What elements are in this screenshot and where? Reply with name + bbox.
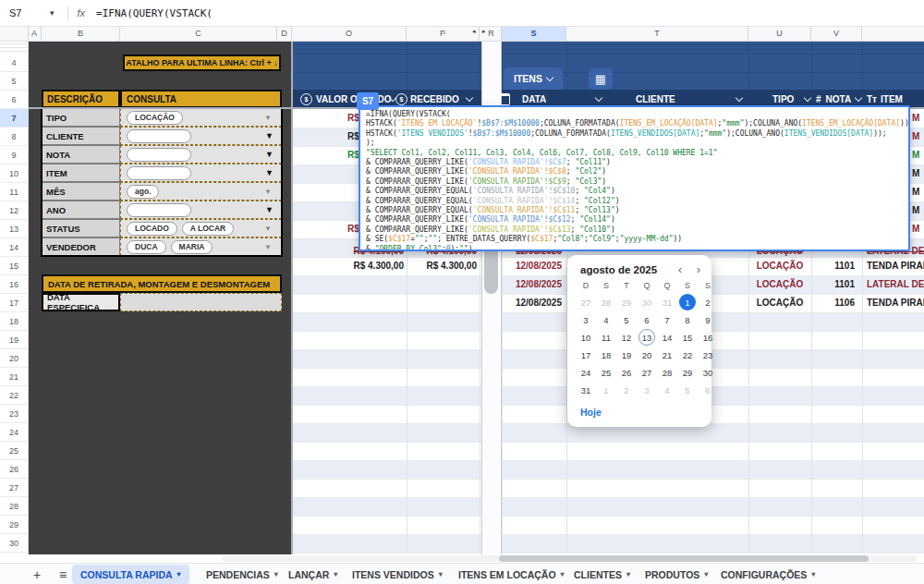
calendar-day-16[interactable]: 16 [699, 329, 716, 346]
calendar-day-17[interactable]: 17 [578, 347, 594, 363]
select-all-corner[interactable] [0, 26, 29, 42]
calendar-day-4[interactable]: 4 [659, 382, 675, 398]
add-sheet-button[interactable]: + [28, 566, 46, 583]
formula-editor-popup[interactable]: =IFNA(QUERY(VSTACK(HSTACK('ITENS EM LOCA… [359, 105, 910, 251]
prev-month-icon[interactable]: ‹ [678, 263, 682, 276]
sheet-tab-produtos[interactable]: PRODUTOS▾ [637, 565, 716, 584]
row-header-11[interactable]: 11 [0, 183, 28, 201]
sheet-tab-itens-vendidos[interactable]: ITENS VENDIDOS▾ [344, 565, 451, 584]
row-header-21[interactable]: 21 [0, 368, 28, 386]
column-header-O[interactable]: O [292, 26, 407, 41]
table-cell-row17-item[interactable]: TENDA PIRAM [867, 296, 924, 310]
field-input-ano[interactable]: ▼ [120, 201, 282, 219]
dropdown-arrow-icon[interactable]: ▼ [265, 131, 274, 140]
table-name-chip[interactable]: ITENS [504, 67, 563, 90]
field-input-vendedor[interactable]: DUCAMARIA▼ [120, 237, 282, 256]
sheet-tab-lan-ar[interactable]: LANÇAR▾ [280, 565, 346, 584]
calendar-day-1[interactable]: 1 [679, 294, 696, 310]
calendar-day-3[interactable]: 3 [638, 382, 655, 398]
row-header-28[interactable]: 28 [0, 497, 28, 516]
calendar-day-10[interactable]: 10 [578, 329, 594, 346]
tab-menu-icon[interactable]: ▾ [439, 570, 443, 578]
row-header-16[interactable]: 16 [0, 275, 28, 294]
sheet-tab-consulta-rapida[interactable]: CONSULTA RAPIDA▾ [72, 565, 189, 584]
scrollbar-thumb[interactable] [499, 555, 869, 562]
calendar-day-24[interactable]: 24 [578, 364, 594, 381]
calendar-day-1[interactable]: 1 [598, 382, 614, 398]
calendar-day-8[interactable]: 8 [679, 311, 696, 328]
calendar-day-20[interactable]: 20 [638, 347, 655, 363]
calendar-day-13[interactable]: 13 [638, 329, 655, 346]
calendar-day-15[interactable]: 15 [679, 329, 696, 346]
field-input-status[interactable]: LOCADOA LOCAR▼ [120, 219, 282, 237]
sheet-tab-pendencias[interactable]: PENDENCIAS▾ [198, 565, 286, 584]
row-header-18[interactable]: 18 [0, 312, 28, 331]
calendar-day-31[interactable]: 31 [659, 294, 675, 310]
row-header-25[interactable]: 25 [0, 442, 28, 460]
calendar-day-2[interactable]: 2 [699, 294, 716, 310]
row-header-7[interactable]: 7 [0, 109, 28, 128]
tab-menu-icon[interactable]: ▾ [334, 570, 337, 578]
field-input-item[interactable]: ▼ [120, 164, 282, 182]
field-input-cliente[interactable]: ▼ [120, 127, 282, 145]
row-header-26[interactable]: 26 [0, 460, 28, 479]
calendar-day-4[interactable]: 4 [598, 311, 614, 328]
dropdown-arrow-icon[interactable]: ▼ [264, 225, 272, 233]
column-header-P[interactable]: P [407, 26, 480, 41]
calendar-day-5[interactable]: 5 [679, 382, 696, 398]
sheet-tab-clientes[interactable]: CLIENTES▾ [565, 565, 638, 584]
row-header-24[interactable]: 24 [0, 423, 28, 442]
row-header-27[interactable]: 27 [0, 479, 28, 497]
column-header-D[interactable]: D [277, 26, 292, 41]
table-cell-row16-item[interactable]: LATERAL DE T [867, 277, 924, 292]
dropdown-chip[interactable]: DUCA [127, 240, 166, 254]
calendar-day-27[interactable]: 27 [638, 364, 655, 381]
dropdown-arrow-icon[interactable]: ▼ [265, 168, 274, 177]
today-link[interactable]: Hoje [580, 407, 602, 418]
sheet-tab-configura-es[interactable]: CONFIGURAÇÕES▾ [712, 565, 823, 584]
dropdown-arrow-icon[interactable]: ▼ [264, 243, 272, 251]
calendar-day-27[interactable]: 27 [578, 294, 594, 310]
hidden-columns-marker-right[interactable]: ▸ [482, 28, 486, 35]
row-header-19[interactable]: 19 [0, 331, 28, 349]
dropdown-chip[interactable]: LOCAÇÃO [127, 111, 183, 125]
column-header-B[interactable]: B [42, 26, 120, 41]
tab-menu-icon[interactable]: ▾ [704, 570, 708, 578]
row-header-9[interactable]: 9 [0, 146, 28, 164]
dropdown-chip[interactable] [127, 166, 191, 180]
dropdown-chip[interactable]: ago. [127, 185, 159, 199]
name-box[interactable]: S7 [9, 7, 50, 18]
column-header-S[interactable]: S [502, 26, 566, 41]
tab-menu-icon[interactable]: ▾ [811, 570, 815, 578]
column-header-V[interactable]: V [811, 26, 862, 41]
row-header-5[interactable]: 5 [0, 72, 28, 91]
calendar-day-14[interactable]: 14 [659, 329, 675, 346]
table-cell-row17-s[interactable]: 12/08/2025 [505, 296, 562, 310]
row-header-30[interactable]: 30 [0, 534, 28, 553]
formula-input[interactable]: =IFNA(QUERY(VSTACK( [96, 7, 213, 19]
next-month-icon[interactable]: › [697, 263, 700, 276]
calendar-day-19[interactable]: 19 [618, 347, 635, 363]
table-grid-icon[interactable]: ▦ [589, 68, 613, 90]
dropdown-chip[interactable] [127, 203, 191, 217]
row-header-4[interactable]: 4 [0, 54, 28, 72]
calendar-day-6[interactable]: 6 [638, 311, 655, 328]
calendar-day-7[interactable]: 7 [659, 311, 675, 328]
row-header-22[interactable]: 22 [0, 386, 28, 405]
table-cell-row16-s[interactable]: 12/08/2025 [505, 277, 562, 292]
dropdown-arrow-icon[interactable]: ▼ [265, 205, 274, 214]
calendar-day-21[interactable]: 21 [659, 347, 675, 363]
calendar-day-3[interactable]: 3 [578, 311, 594, 328]
row-header-12[interactable]: 12 [0, 201, 28, 220]
calendar-day-28[interactable]: 28 [659, 364, 675, 381]
table-cell-row15-p[interactable]: R$ 4.300,00 [384, 259, 477, 274]
calendar-day-9[interactable]: 9 [699, 311, 716, 328]
dropdown-chip[interactable]: A LOCAR [182, 222, 234, 236]
dropdown-arrow-icon[interactable]: ▼ [265, 150, 274, 159]
tab-menu-icon[interactable]: ▾ [177, 570, 181, 578]
name-box-caret-icon[interactable]: ▾ [50, 8, 55, 18]
dropdown-arrow-icon[interactable]: ▼ [264, 188, 272, 196]
tab-menu-icon[interactable]: ▾ [274, 570, 278, 578]
all-sheets-button[interactable]: ≡ [54, 566, 72, 583]
table-cell-row15-item[interactable]: TENDA PIRAM [867, 259, 924, 274]
